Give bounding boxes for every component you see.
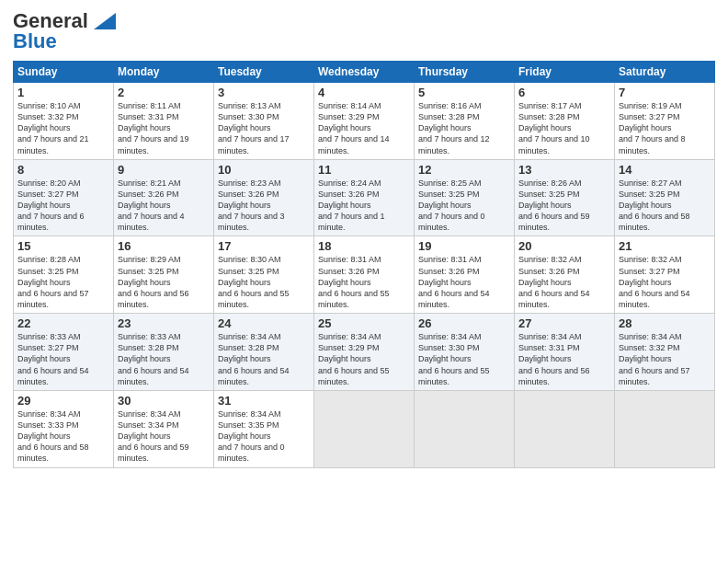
calendar-cell: 24Sunrise: 8:34 AMSunset: 3:28 PMDayligh…	[214, 314, 314, 391]
day-number: 6	[518, 86, 610, 99]
day-number: 17	[218, 239, 310, 253]
calendar-cell: 9Sunrise: 8:21 AMSunset: 3:26 PMDaylight…	[114, 159, 214, 236]
calendar-cell: 16Sunrise: 8:29 AMSunset: 3:25 PMDayligh…	[114, 236, 214, 314]
day-number: 21	[619, 239, 711, 253]
calendar-cell	[515, 390, 615, 467]
day-number: 22	[17, 316, 109, 330]
day-info: Sunrise: 8:28 AMSunset: 3:25 PMDaylight …	[17, 254, 109, 310]
calendar-cell: 1Sunrise: 8:10 AMSunset: 3:32 PMDaylight…	[14, 83, 114, 160]
day-number: 4	[318, 86, 410, 99]
calendar-cell: 25Sunrise: 8:34 AMSunset: 3:29 PMDayligh…	[314, 314, 415, 391]
day-number: 31	[218, 394, 310, 408]
logo-icon	[90, 11, 119, 31]
calendar-cell: 21Sunrise: 8:32 AMSunset: 3:27 PMDayligh…	[615, 236, 715, 314]
day-number: 28	[619, 316, 711, 330]
calendar-cell: 4Sunrise: 8:14 AMSunset: 3:29 PMDaylight…	[314, 83, 415, 160]
day-info: Sunrise: 8:34 AMSunset: 3:31 PMDaylight …	[518, 331, 610, 387]
day-info: Sunrise: 8:14 AMSunset: 3:29 PMDaylight …	[318, 100, 410, 156]
calendar-cell: 17Sunrise: 8:30 AMSunset: 3:25 PMDayligh…	[214, 236, 314, 314]
calendar-cell: 28Sunrise: 8:34 AMSunset: 3:32 PMDayligh…	[615, 314, 715, 391]
day-number: 11	[318, 163, 410, 177]
day-number: 3	[218, 86, 310, 99]
calendar-cell: 8Sunrise: 8:20 AMSunset: 3:27 PMDaylight…	[14, 159, 114, 236]
calendar-week-3: 15Sunrise: 8:28 AMSunset: 3:25 PMDayligh…	[14, 236, 715, 314]
day-info: Sunrise: 8:32 AMSunset: 3:26 PMDaylight …	[518, 254, 610, 310]
day-number: 30	[118, 394, 210, 408]
calendar-cell: 12Sunrise: 8:25 AMSunset: 3:25 PMDayligh…	[415, 159, 515, 236]
day-number: 15	[17, 239, 109, 253]
weekday-header-wednesday: Wednesday	[314, 62, 415, 83]
calendar-cell: 23Sunrise: 8:33 AMSunset: 3:28 PMDayligh…	[114, 314, 214, 391]
day-number: 8	[17, 163, 109, 177]
day-number: 13	[518, 163, 610, 177]
day-number: 24	[218, 316, 310, 330]
calendar-cell: 29Sunrise: 8:34 AMSunset: 3:33 PMDayligh…	[14, 390, 114, 467]
calendar-cell: 10Sunrise: 8:23 AMSunset: 3:26 PMDayligh…	[214, 159, 314, 236]
calendar-cell: 13Sunrise: 8:26 AMSunset: 3:25 PMDayligh…	[515, 159, 615, 236]
day-number: 1	[17, 86, 109, 99]
day-info: Sunrise: 8:16 AMSunset: 3:28 PMDaylight …	[418, 100, 510, 156]
day-info: Sunrise: 8:19 AMSunset: 3:27 PMDaylight …	[619, 100, 711, 156]
day-number: 16	[118, 239, 210, 253]
calendar-cell: 14Sunrise: 8:27 AMSunset: 3:25 PMDayligh…	[615, 159, 715, 236]
day-number: 14	[619, 163, 711, 177]
day-info: Sunrise: 8:31 AMSunset: 3:26 PMDaylight …	[418, 254, 510, 310]
day-number: 27	[518, 316, 610, 330]
day-info: Sunrise: 8:33 AMSunset: 3:27 PMDaylight …	[17, 331, 109, 387]
day-info: Sunrise: 8:34 AMSunset: 3:33 PMDaylight …	[17, 408, 109, 465]
calendar-week-2: 8Sunrise: 8:20 AMSunset: 3:27 PMDaylight…	[14, 159, 715, 236]
calendar-week-4: 22Sunrise: 8:33 AMSunset: 3:27 PMDayligh…	[14, 314, 715, 391]
day-number: 18	[318, 239, 410, 253]
calendar-cell: 3Sunrise: 8:13 AMSunset: 3:30 PMDaylight…	[214, 83, 314, 160]
day-info: Sunrise: 8:23 AMSunset: 3:26 PMDaylight …	[218, 178, 310, 234]
calendar-cell	[615, 390, 715, 467]
day-number: 7	[619, 86, 711, 99]
weekday-header-tuesday: Tuesday	[214, 62, 314, 83]
calendar-cell: 6Sunrise: 8:17 AMSunset: 3:28 PMDaylight…	[515, 83, 615, 160]
day-info: Sunrise: 8:33 AMSunset: 3:28 PMDaylight …	[118, 331, 210, 387]
day-info: Sunrise: 8:30 AMSunset: 3:25 PMDaylight …	[218, 254, 310, 310]
day-number: 20	[518, 239, 610, 253]
day-info: Sunrise: 8:34 AMSunset: 3:28 PMDaylight …	[218, 331, 310, 387]
calendar-week-1: 1Sunrise: 8:10 AMSunset: 3:32 PMDaylight…	[14, 83, 715, 160]
calendar-cell: 15Sunrise: 8:28 AMSunset: 3:25 PMDayligh…	[14, 236, 114, 314]
weekday-header-sunday: Sunday	[14, 62, 114, 83]
weekday-header-friday: Friday	[515, 62, 615, 83]
day-info: Sunrise: 8:29 AMSunset: 3:25 PMDaylight …	[118, 254, 210, 310]
day-info: Sunrise: 8:34 AMSunset: 3:34 PMDaylight …	[118, 408, 210, 465]
calendar-cell: 18Sunrise: 8:31 AMSunset: 3:26 PMDayligh…	[314, 236, 415, 314]
logo: General Blue	[13, 9, 119, 53]
day-number: 2	[118, 86, 210, 99]
day-number: 12	[418, 163, 510, 177]
weekday-header-row: SundayMondayTuesdayWednesdayThursdayFrid…	[14, 62, 715, 83]
calendar-cell: 27Sunrise: 8:34 AMSunset: 3:31 PMDayligh…	[515, 314, 615, 391]
calendar-cell: 11Sunrise: 8:24 AMSunset: 3:26 PMDayligh…	[314, 159, 415, 236]
day-info: Sunrise: 8:11 AMSunset: 3:31 PMDaylight …	[118, 100, 210, 156]
day-info: Sunrise: 8:17 AMSunset: 3:28 PMDaylight …	[518, 100, 610, 156]
calendar-cell: 31Sunrise: 8:34 AMSunset: 3:35 PMDayligh…	[214, 390, 314, 467]
day-info: Sunrise: 8:27 AMSunset: 3:25 PMDaylight …	[619, 178, 711, 234]
day-number: 25	[318, 316, 410, 330]
day-info: Sunrise: 8:10 AMSunset: 3:32 PMDaylight …	[17, 100, 109, 156]
calendar-cell	[314, 390, 415, 467]
page: General Blue SundayMondayTuesdayWednesda…	[0, 0, 728, 563]
day-info: Sunrise: 8:24 AMSunset: 3:26 PMDaylight …	[318, 178, 410, 234]
day-info: Sunrise: 8:34 AMSunset: 3:30 PMDaylight …	[418, 331, 510, 387]
day-number: 19	[418, 239, 510, 253]
day-info: Sunrise: 8:26 AMSunset: 3:25 PMDaylight …	[518, 178, 610, 234]
calendar-table: SundayMondayTuesdayWednesdayThursdayFrid…	[13, 61, 715, 468]
header: General Blue	[13, 9, 715, 53]
calendar-cell: 7Sunrise: 8:19 AMSunset: 3:27 PMDaylight…	[615, 83, 715, 160]
calendar-cell: 30Sunrise: 8:34 AMSunset: 3:34 PMDayligh…	[114, 390, 214, 467]
day-info: Sunrise: 8:21 AMSunset: 3:26 PMDaylight …	[118, 178, 210, 234]
calendar-cell: 20Sunrise: 8:32 AMSunset: 3:26 PMDayligh…	[515, 236, 615, 314]
calendar-cell: 2Sunrise: 8:11 AMSunset: 3:31 PMDaylight…	[114, 83, 214, 160]
calendar-cell: 22Sunrise: 8:33 AMSunset: 3:27 PMDayligh…	[14, 314, 114, 391]
day-info: Sunrise: 8:13 AMSunset: 3:30 PMDaylight …	[218, 100, 310, 156]
day-info: Sunrise: 8:34 AMSunset: 3:29 PMDaylight …	[318, 331, 410, 387]
day-number: 26	[418, 316, 510, 330]
day-info: Sunrise: 8:34 AMSunset: 3:35 PMDaylight …	[218, 408, 310, 465]
day-number: 9	[118, 163, 210, 177]
logo-blue: Blue	[13, 29, 57, 53]
weekday-header-thursday: Thursday	[415, 62, 515, 83]
